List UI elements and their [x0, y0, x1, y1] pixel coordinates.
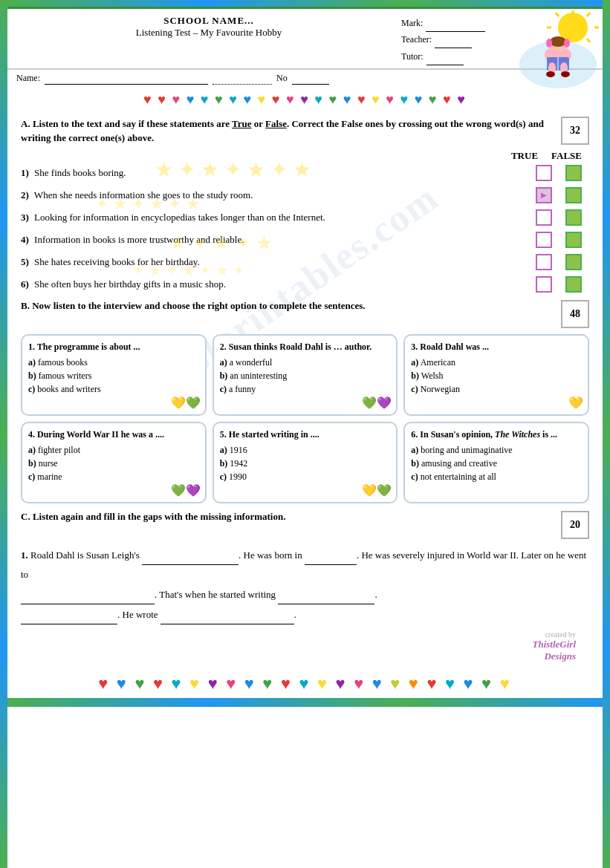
section-a-header: A. Listen to the text and say if these s… [21, 117, 589, 146]
false-label: FALSE [551, 150, 582, 162]
true-box-4[interactable] [536, 232, 552, 248]
hearts-row-top: ♥ ♥ ♥ ♥ ♥ ♥ ♥ ♥ ♥ ♥ ♥ ♥ ♥ ♥ ♥ ♥ ♥ ♥ ♥ ♥ … [7, 88, 603, 112]
blank-4[interactable] [278, 584, 374, 604]
statement-1: 1) She finds books boring. [21, 165, 589, 181]
section-a-content: ★ ✦ ★ ✦ ★ ✦ ★ ✦ ★ ✦ ★ ✦ ★ ★ ✦ ★ ✦ ★ ✦ ★ … [21, 150, 589, 293]
statement-2: 2) When she needs information she goes t… [21, 187, 589, 203]
top-border [7, 0, 603, 9]
sun-decoration [513, 9, 603, 91]
card-6: 6. In Susan's opinion, The Witches is ..… [403, 422, 589, 503]
section-b-header: B. Now listen to the interview and choos… [21, 300, 589, 328]
card-5: 5. He started writing in .... a) 1916 b)… [212, 422, 398, 503]
false-box-3[interactable] [565, 209, 582, 226]
card-2-title: 2. Susan thinks Roald Dahl is … author. [220, 342, 391, 353]
card-5-opt-b[interactable]: b) 1942 [220, 458, 391, 469]
statement-5: 5) She hates receiving books for her bir… [21, 254, 589, 270]
card-5-title: 5. He started writing in .... [220, 429, 391, 441]
card-3-title: 3. Roald Dahl was ... [411, 342, 582, 353]
card-2-opt-b[interactable]: b) an uninteresting [220, 371, 391, 382]
mark-input[interactable] [426, 15, 485, 32]
card-3-icons: 💛 [568, 396, 583, 410]
blank-5[interactable] [21, 604, 117, 624]
card-1-opt-c[interactable]: c) books and writers [28, 384, 199, 395]
card-3-opt-a[interactable]: a) American [411, 357, 582, 368]
section-c-instruction: C. Listen again and fill in the gaps wit… [21, 511, 554, 523]
tutor-input[interactable] [426, 48, 464, 65]
school-name: SCHOOL NAME... [16, 15, 401, 27]
header-center: SCHOOL NAME... Listening Test – My Favou… [16, 15, 401, 65]
false-box-4[interactable] [565, 232, 582, 248]
teacher-input[interactable] [435, 32, 472, 49]
card-1-title: 1. The programme is about ... [28, 342, 199, 353]
true-label: TRUE [511, 150, 538, 162]
card-4-opt-b[interactable]: b) nurse [28, 458, 199, 469]
true-box-3[interactable] [536, 209, 552, 226]
card-1-opt-a[interactable]: a) famous books [28, 357, 199, 368]
section-a-score: 32 [561, 117, 589, 145]
svg-line-4 [587, 39, 590, 42]
card-4-opt-a[interactable]: a) fighter pilot [28, 445, 199, 456]
statement-4: 4) Information in books is more trustwor… [21, 232, 589, 248]
section-a-instruction: A. Listen to the text and say if these s… [21, 117, 554, 146]
blank-3[interactable] [21, 584, 155, 604]
bottom-border [7, 698, 603, 707]
tf-header: TRUE FALSE [21, 150, 589, 162]
thistle-logo: created by ThistleGirl Designs [21, 630, 589, 662]
no-input[interactable] [292, 73, 329, 85]
card-1-opt-b[interactable]: b) famous writers [28, 371, 199, 382]
blank-2[interactable] [305, 545, 357, 565]
section-b-instruction: B. Now listen to the interview and choos… [21, 300, 554, 312]
card-2-icons: 💚💜 [362, 396, 392, 410]
card-3: 3. Roald Dahl was ... a) American b) Wel… [403, 334, 589, 416]
false-box-5[interactable] [565, 254, 582, 270]
card-1-icons: 💛💚 [171, 396, 201, 410]
svg-point-18 [561, 71, 570, 77]
svg-point-12 [564, 39, 570, 48]
false-box-2[interactable] [565, 187, 582, 203]
svg-line-2 [587, 13, 590, 16]
true-box-6[interactable] [536, 276, 552, 293]
section-c-score: 20 [561, 511, 589, 539]
card-6-opt-a[interactable]: a) boring and unimaginative [411, 445, 582, 456]
true-box-5[interactable] [536, 254, 552, 270]
false-box-1[interactable] [565, 165, 582, 181]
card-4: 4. During World War II he was a .... a) … [21, 422, 207, 503]
section-b-score: 48 [561, 300, 589, 328]
statement-3: 3) Looking for information in encycloped… [21, 209, 589, 226]
svg-point-10 [550, 36, 566, 47]
card-2-opt-c[interactable]: c) a funny [220, 384, 391, 395]
statement-6: 6) She often buys her birthday gifts in … [21, 276, 589, 293]
false-box-6[interactable] [565, 276, 582, 293]
card-2: 2. Susan thinks Roald Dahl is … author. … [212, 334, 398, 416]
blank-1[interactable] [142, 545, 239, 565]
hearts-row-bottom: ♥ ♥ ♥ ♥ ♥ ♥ ♥ ♥ ♥ ♥ ♥ ♥ ♥ ♥ ♥ ♥ ♥ ♥ ♥ ♥ … [7, 670, 603, 698]
card-4-icons: 💚💜 [171, 483, 201, 497]
card-5-opt-a[interactable]: a) 1916 [220, 445, 391, 456]
card-1: 1. The programme is about ... a) famous … [21, 334, 207, 416]
card-4-title: 4. During World War II he was a .... [28, 429, 199, 441]
card-3-opt-c[interactable]: c) Norwegian [411, 384, 582, 395]
card-6-opt-b[interactable]: b) amusing and creative [411, 458, 582, 469]
statements-list: 1) She finds books boring. 2) When she n… [21, 165, 589, 293]
fill-paragraph: 1. Roald Dahl is Susan Leigh's . He was … [21, 545, 589, 624]
main-content: A. Listen to the text and say if these s… [7, 112, 603, 670]
true-box-1[interactable] [536, 165, 552, 181]
cards-grid: 1. The programme is about ... a) famous … [21, 334, 589, 503]
card-2-opt-a[interactable]: a) a wonderful [220, 357, 391, 368]
card-4-opt-c[interactable]: c) marine [28, 471, 199, 483]
dotted-input[interactable] [212, 73, 272, 85]
name-input[interactable] [45, 73, 208, 85]
section-c-header: C. Listen again and fill in the gaps wit… [21, 511, 589, 539]
blank-6[interactable] [160, 604, 294, 624]
card-5-icons: 💛💚 [362, 483, 392, 497]
card-6-title: 6. In Susan's opinion, The Witches is ..… [411, 429, 582, 441]
svg-line-5 [556, 13, 559, 16]
card-3-opt-b[interactable]: b) Welsh [411, 371, 582, 382]
card-6-opt-c[interactable]: c) not entertaining at all [411, 471, 582, 483]
header-area: SCHOOL NAME... Listening Test – My Favou… [7, 9, 603, 70]
true-box-2[interactable]: ▶ [536, 187, 552, 203]
svg-point-11 [546, 39, 552, 48]
svg-point-17 [546, 71, 555, 77]
card-5-opt-c[interactable]: c) 1990 [220, 471, 391, 483]
test-title: Listening Test – My Favourite Hobby [16, 27, 401, 39]
